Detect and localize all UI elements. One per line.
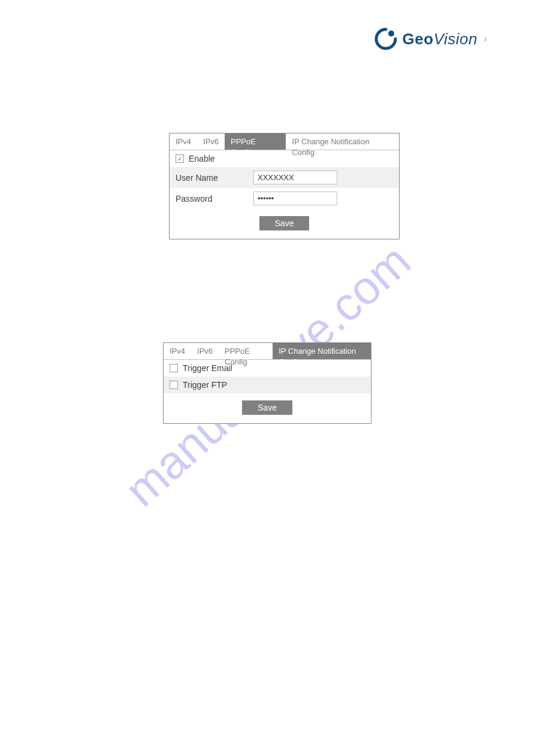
tab-pppoe-config-2[interactable]: PPPoE Config [219,343,273,359]
svg-point-0 [388,31,394,37]
password-row: Password [170,188,399,209]
brand-logo: GeoVision Inc. [374,27,487,51]
brand-name: GeoVision [403,30,477,48]
save-button-2[interactable]: Save [242,400,292,415]
username-input[interactable] [253,171,337,184]
tab-ipv6[interactable]: IPv6 [197,133,225,150]
trigger-email-label: Trigger Email [183,363,232,373]
tab-ip-change-notification-2[interactable]: IP Change Notification Config [273,343,371,359]
trigger-ftp-row: Trigger FTP [164,377,371,393]
tab-ipv6-2[interactable]: IPv6 [191,343,219,359]
trigger-email-checkbox[interactable] [170,364,178,372]
save-row-panel2: Save [164,393,371,423]
pppoe-config-panel: IPv4 IPv6 PPPoE Config IP Change Notific… [169,133,400,239]
trigger-email-row: Trigger Email [164,360,371,377]
tab-ip-change-notification[interactable]: IP Change Notification Config [286,133,399,150]
password-input[interactable] [253,192,337,205]
tab-ipv4[interactable]: IPv4 [170,133,197,150]
save-button[interactable]: Save [259,216,310,230]
username-label: User Name [176,173,253,183]
tabbar-panel1: IPv4 IPv6 PPPoE Config IP Change Notific… [170,133,399,150]
save-row-panel1: Save [170,209,399,239]
tab-ipv4-2[interactable]: IPv4 [164,343,191,359]
ip-change-notification-panel: IPv4 IPv6 PPPoE Config IP Change Notific… [163,342,371,424]
username-row: User Name [170,167,399,188]
tab-pppoe-config[interactable]: PPPoE Config [225,133,286,150]
enable-label: Enable [189,154,215,163]
tabbar-panel2: IPv4 IPv6 PPPoE Config IP Change Notific… [164,343,371,360]
enable-checkbox[interactable]: ✓ [176,154,184,163]
password-label: Password [176,194,253,204]
enable-row: ✓ Enable [170,150,399,167]
logo-mark-icon [374,27,398,51]
trigger-ftp-checkbox[interactable] [170,381,178,389]
trigger-ftp-label: Trigger FTP [183,380,227,390]
brand-inc: Inc. [483,36,487,42]
